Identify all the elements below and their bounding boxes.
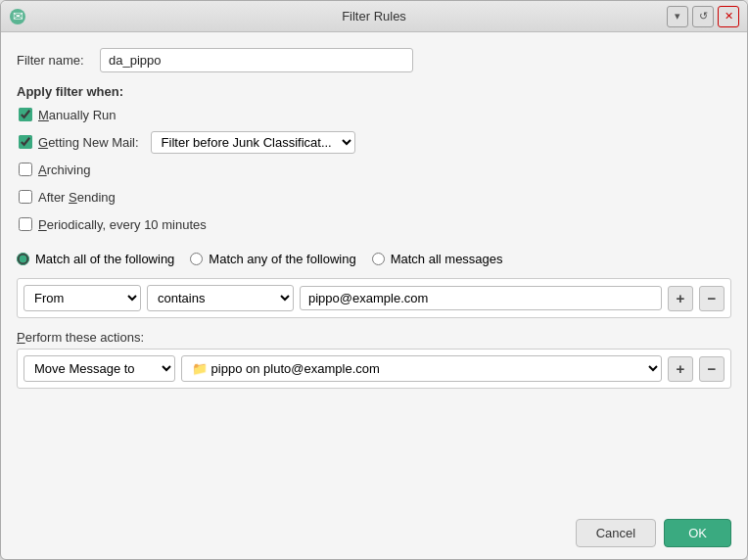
filter-rules-window: ✉ Filter Rules ▾ ↺ ✕ Filter name: Apply … bbox=[0, 0, 748, 560]
condition-remove-button[interactable]: − bbox=[699, 286, 725, 311]
periodically-row: Periodically, every 10 minutes bbox=[19, 212, 731, 236]
filter-name-label: Filter name: bbox=[17, 53, 90, 68]
minimize-button[interactable]: ▾ bbox=[667, 6, 688, 27]
match-all-messages-radio-row: Match all messages bbox=[372, 252, 503, 266]
condition-field-select[interactable]: From Subject To CC To or CC bbox=[23, 285, 141, 311]
periodically-checkbox[interactable] bbox=[19, 217, 32, 231]
titlebar: ✉ Filter Rules ▾ ↺ ✕ bbox=[1, 1, 747, 32]
match-all-radio-row: Match all of the following bbox=[17, 252, 174, 266]
actions-section-wrapper: Perform these actions: Move Message to C… bbox=[17, 330, 731, 389]
cancel-button[interactable]: Cancel bbox=[576, 519, 656, 547]
close-button[interactable]: ✕ bbox=[718, 6, 739, 27]
manually-run-row: Manually Run bbox=[19, 103, 731, 126]
filter-name-row: Filter name: bbox=[17, 48, 731, 72]
titlebar-controls: ▾ ↺ ✕ bbox=[667, 6, 739, 27]
periodically-label: Periodically, every 10 minutes bbox=[38, 217, 207, 232]
action-type-select[interactable]: Move Message to Copy Message to Delete M… bbox=[23, 355, 175, 382]
filter-name-input[interactable] bbox=[100, 48, 413, 72]
restore-button[interactable]: ↺ bbox=[692, 6, 714, 27]
archiving-checkbox[interactable] bbox=[19, 163, 32, 176]
action-row: Move Message to Copy Message to Delete M… bbox=[23, 355, 725, 382]
svg-text:✉: ✉ bbox=[13, 9, 23, 23]
match-all-messages-radio[interactable] bbox=[372, 253, 385, 265]
window-title: Filter Rules bbox=[342, 9, 406, 23]
main-content: Filter name: Apply filter when: Manually… bbox=[1, 32, 747, 511]
getting-new-mail-label: Getting New Mail: bbox=[38, 135, 139, 150]
actions-label: Perform these actions: bbox=[17, 330, 731, 345]
match-any-radio-row: Match any of the following bbox=[190, 252, 355, 266]
app-icon: ✉ bbox=[9, 8, 26, 25]
archiving-label: Archiving bbox=[38, 163, 90, 177]
match-any-label: Match any of the following bbox=[209, 252, 355, 266]
action-dest-select[interactable]: 📁 pippo on pluto@example.com bbox=[181, 355, 662, 382]
conditions-section: From Subject To CC To or CC contains doe… bbox=[17, 278, 731, 318]
after-sending-row: After Sending bbox=[19, 185, 731, 209]
apply-when-section: Apply filter when: Manually Run Getting … bbox=[17, 84, 731, 236]
getting-new-mail-dropdown[interactable]: Filter before Junk Classificat... bbox=[151, 131, 355, 154]
getting-new-mail-row: Getting New Mail: Filter before Junk Cla… bbox=[19, 130, 731, 154]
action-remove-button[interactable]: − bbox=[699, 356, 725, 382]
button-row: Cancel OK bbox=[1, 511, 747, 559]
after-sending-label: After Sending bbox=[38, 190, 116, 205]
match-any-radio[interactable] bbox=[190, 253, 203, 265]
match-all-messages-label: Match all messages bbox=[391, 252, 503, 266]
manually-run-checkbox[interactable] bbox=[19, 108, 32, 121]
apply-when-label: Apply filter when: bbox=[17, 84, 731, 99]
condition-add-button[interactable]: + bbox=[668, 286, 693, 311]
match-section: Match all of the following Match any of … bbox=[17, 248, 731, 266]
match-all-radio[interactable] bbox=[17, 253, 29, 265]
actions-section: Move Message to Copy Message to Delete M… bbox=[17, 349, 731, 389]
after-sending-checkbox[interactable] bbox=[19, 190, 32, 204]
condition-value-input[interactable] bbox=[300, 286, 662, 310]
manually-run-label: Manually Run bbox=[38, 108, 117, 122]
condition-row: From Subject To CC To or CC contains doe… bbox=[23, 285, 725, 311]
archiving-row: Archiving bbox=[19, 158, 731, 181]
ok-button[interactable]: OK bbox=[664, 519, 731, 547]
getting-new-mail-checkbox[interactable] bbox=[19, 135, 32, 149]
apply-when-options: Manually Run Getting New Mail: Filter be… bbox=[17, 103, 731, 236]
match-all-label: Match all of the following bbox=[35, 252, 174, 266]
action-add-button[interactable]: + bbox=[668, 356, 693, 382]
condition-operator-select[interactable]: contains doesn't contain is isn't begins… bbox=[147, 285, 294, 311]
